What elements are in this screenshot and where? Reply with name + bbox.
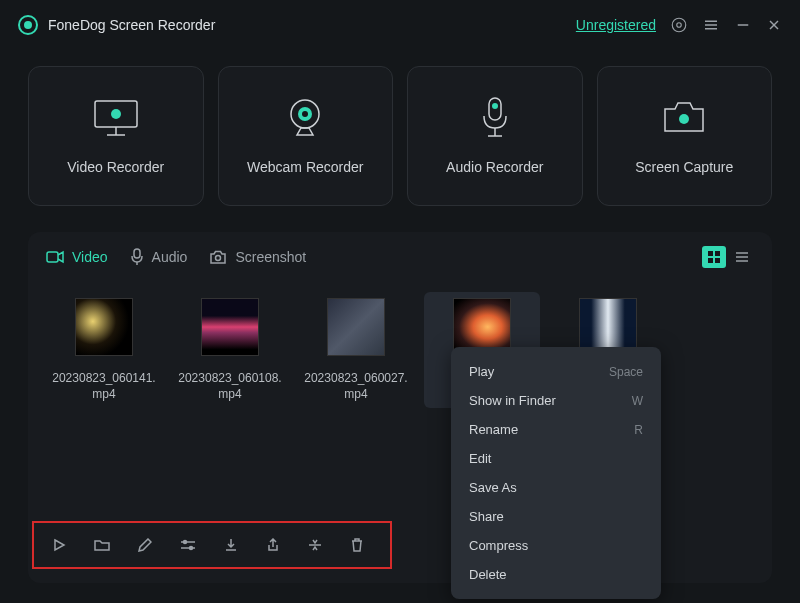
thumb-label: 20230823_060141.mp4 [50,370,158,402]
mode-audio-recorder[interactable]: Audio Recorder [407,66,583,206]
minimize-icon[interactable] [734,16,752,34]
svg-point-14 [302,111,308,117]
grid-view-icon[interactable] [702,246,726,268]
svg-rect-25 [715,251,720,256]
menu-shortcut: W [632,394,643,408]
menu-shortcut: Space [609,365,643,379]
thumb-item[interactable]: 20230823_060108.mp4 [172,292,288,408]
svg-rect-20 [47,252,58,262]
menu-label: Show in Finder [469,393,556,408]
menu-rename[interactable]: Rename R [451,415,661,444]
menu-compress[interactable]: Compress [451,531,661,560]
svg-point-19 [679,114,689,124]
menu-play[interactable]: Play Space [451,357,661,386]
microphone-icon [479,97,511,139]
gear-icon[interactable] [670,16,688,34]
svg-point-1 [677,23,682,28]
trash-icon[interactable] [350,538,364,552]
tabs: Video Audio Screenshot [46,248,306,266]
svg-point-16 [492,103,498,109]
mode-webcam-recorder[interactable]: Webcam Recorder [218,66,394,206]
edit-icon[interactable] [138,538,152,552]
svg-point-33 [184,541,187,544]
webcam-icon [284,97,326,139]
menu-edit[interactable]: Edit [451,444,661,473]
menu-show-in-finder[interactable]: Show in Finder W [451,386,661,415]
menu-delete[interactable]: Delete [451,560,661,589]
camera-icon [659,97,709,139]
mode-label: Video Recorder [67,159,164,175]
mode-cards: Video Recorder Webcam Recorder Audio Rec… [0,50,800,222]
unregistered-link[interactable]: Unregistered [576,17,656,33]
folder-icon[interactable] [94,538,110,552]
mode-label: Webcam Recorder [247,159,363,175]
download-icon[interactable] [224,538,238,552]
tab-label: Video [72,249,108,265]
share-icon[interactable] [266,538,280,552]
context-menu: Play Space Show in Finder W Rename R Edi… [451,347,661,599]
view-toggle [702,246,754,268]
app-title: FoneDog Screen Recorder [48,17,215,33]
bottom-toolbar [32,521,392,569]
thumb-image [75,298,133,356]
menu-label: Rename [469,422,518,437]
title-left: FoneDog Screen Recorder [18,15,215,35]
menu-label: Compress [469,538,528,553]
tab-video[interactable]: Video [46,249,108,265]
menu-icon[interactable] [702,16,720,34]
svg-point-0 [672,18,686,32]
menu-label: Share [469,509,504,524]
play-icon[interactable] [52,538,66,552]
tab-audio[interactable]: Audio [130,248,188,266]
svg-rect-21 [134,249,140,258]
svg-point-23 [216,255,221,260]
tab-screenshot[interactable]: Screenshot [209,249,306,265]
thumb-item[interactable]: 20230823_060141.mp4 [46,292,162,408]
app-logo-icon [18,15,38,35]
mode-screen-capture[interactable]: Screen Capture [597,66,773,206]
thumb-label: 20230823_060108.mp4 [176,370,284,402]
content-panel: Video Audio Screenshot 20230823_060141.m… [28,232,772,583]
menu-label: Save As [469,480,517,495]
svg-point-34 [190,547,193,550]
thumb-label: 20230823_060027.mp4 [302,370,410,402]
tab-label: Screenshot [235,249,306,265]
title-bar: FoneDog Screen Recorder Unregistered [0,0,800,50]
mode-video-recorder[interactable]: Video Recorder [28,66,204,206]
tabs-row: Video Audio Screenshot [46,246,754,282]
svg-rect-27 [715,258,720,263]
menu-shortcut: R [634,423,643,437]
thumb-image [201,298,259,356]
monitor-record-icon [89,97,143,139]
compress-icon[interactable] [308,538,322,552]
mode-label: Audio Recorder [446,159,543,175]
mode-label: Screen Capture [635,159,733,175]
sliders-icon[interactable] [180,538,196,552]
svg-point-11 [111,109,121,119]
menu-label: Play [469,364,494,379]
menu-label: Delete [469,567,507,582]
thumb-image [327,298,385,356]
menu-save-as[interactable]: Save As [451,473,661,502]
title-right: Unregistered [576,16,782,34]
menu-label: Edit [469,451,491,466]
svg-rect-24 [708,251,713,256]
tab-label: Audio [152,249,188,265]
menu-share[interactable]: Share [451,502,661,531]
thumb-item[interactable]: 20230823_060027.mp4 [298,292,414,408]
close-icon[interactable] [766,17,782,33]
list-view-icon[interactable] [730,246,754,268]
svg-rect-26 [708,258,713,263]
